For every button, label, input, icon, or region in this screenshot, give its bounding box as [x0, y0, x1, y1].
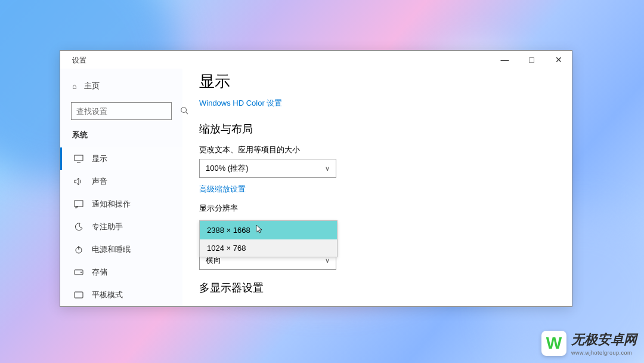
svg-marker-12	[256, 225, 262, 233]
resolution-field-label: 显示分辨率	[199, 203, 555, 214]
app-title: 设置	[72, 56, 86, 66]
storage-icon	[74, 269, 83, 276]
sidebar-item-tablet-mode[interactable]: 平板模式	[60, 284, 182, 306]
resolution-option-label: 2388 × 1668	[207, 226, 250, 235]
sidebar-item-focus-assist[interactable]: 专注助手	[60, 216, 182, 238]
svg-marker-6	[76, 207, 78, 208]
search-input[interactable]	[76, 107, 177, 116]
scale-section-title: 缩放与布局	[199, 122, 555, 136]
sidebar-item-label: 专注助手	[92, 222, 123, 232]
page-title: 显示	[199, 71, 555, 92]
sound-icon	[74, 177, 83, 186]
tablet-mode-icon	[74, 291, 83, 299]
sidebar-group-label: 系统	[60, 130, 182, 147]
resolution-option-1[interactable]: 1024 × 768	[200, 239, 337, 257]
sidebar-item-label: 显示	[92, 153, 107, 164]
resolution-dropdown[interactable]: 2388 × 1668 1024 × 768	[199, 220, 338, 257]
sidebar: ⌂ 主页 系统 显示 声音 通知和操作	[60, 69, 182, 306]
close-button[interactable]: ✕	[545, 51, 572, 69]
sidebar-item-storage[interactable]: 存储	[60, 261, 182, 284]
maximize-button[interactable]: □	[518, 51, 545, 69]
sidebar-item-label: 存储	[92, 267, 107, 278]
svg-rect-11	[75, 292, 83, 298]
scale-select[interactable]: 100% (推荐) ∨	[199, 159, 336, 178]
display-icon	[74, 155, 83, 163]
watermark-logo: W	[541, 331, 566, 356]
resolution-option-0[interactable]: 2388 × 1668	[200, 221, 337, 239]
scale-value: 100% (推荐)	[206, 163, 249, 174]
scale-field-label: 更改文本、应用等项目的大小	[199, 144, 555, 155]
watermark-url: www.wjhotelgroup.com	[571, 350, 637, 356]
home-nav[interactable]: ⌂ 主页	[60, 76, 182, 96]
focus-assist-icon	[74, 222, 83, 232]
cursor-icon	[256, 225, 264, 235]
notifications-icon	[74, 200, 83, 208]
sidebar-item-label: 通知和操作	[92, 199, 131, 210]
svg-point-10	[80, 272, 82, 273]
svg-rect-5	[75, 201, 83, 207]
hd-color-link[interactable]: Windows HD Color 设置	[199, 98, 555, 109]
multi-monitor-title: 多显示器设置	[199, 281, 555, 295]
settings-window: 设置 — □ ✕ ⌂ 主页 系统 显示 声音	[60, 50, 572, 307]
sidebar-item-display[interactable]: 显示	[60, 147, 182, 170]
sidebar-item-sound[interactable]: 声音	[60, 170, 182, 193]
home-label: 主页	[84, 81, 100, 91]
content-area: 显示 Windows HD Color 设置 缩放与布局 更改文本、应用等项目的…	[182, 69, 572, 306]
sidebar-item-label: 电源和睡眠	[92, 244, 131, 255]
sidebar-item-power-sleep[interactable]: 电源和睡眠	[60, 238, 182, 261]
sidebar-item-notifications[interactable]: 通知和操作	[60, 193, 182, 216]
chevron-down-icon: ∨	[325, 165, 330, 173]
titlebar: — □ ✕	[60, 51, 572, 69]
sidebar-item-label: 平板模式	[92, 290, 123, 300]
search-box[interactable]	[71, 102, 172, 120]
resolution-option-label: 1024 × 768	[207, 244, 246, 253]
minimize-button[interactable]: —	[491, 51, 518, 69]
sidebar-item-label: 声音	[92, 176, 107, 187]
watermark-brand: 无极安卓网	[571, 331, 637, 349]
watermark: W 无极安卓网 www.wjhotelgroup.com	[541, 331, 637, 356]
svg-rect-2	[75, 155, 83, 161]
power-sleep-icon	[74, 245, 83, 254]
chevron-down-icon: ∨	[325, 257, 330, 264]
home-icon: ⌂	[72, 82, 77, 91]
advanced-scale-link[interactable]: 高级缩放设置	[199, 184, 555, 195]
svg-marker-4	[75, 178, 79, 185]
